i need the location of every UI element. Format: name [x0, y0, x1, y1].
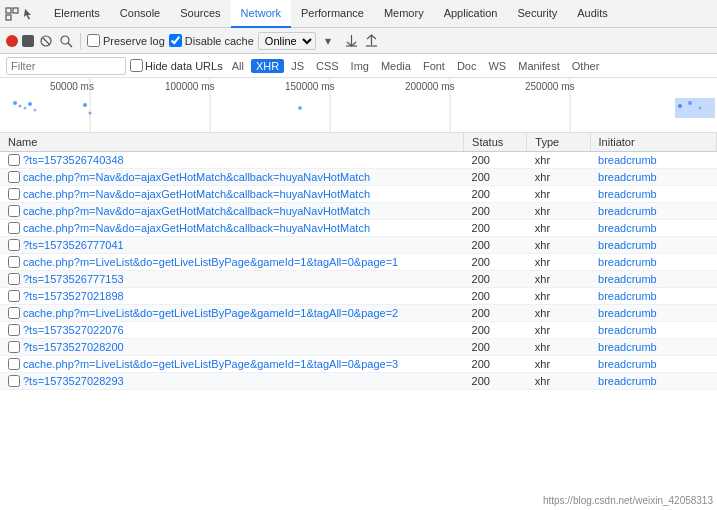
cell-initiator[interactable]: breadcrumb [590, 237, 716, 254]
request-name[interactable]: ?ts=1573527028293 [23, 375, 124, 387]
table-row[interactable]: cache.php?m=LiveList&do=getLiveListByPag… [0, 356, 717, 373]
throttle-select[interactable]: Online [258, 32, 316, 50]
tab-application[interactable]: Application [434, 0, 508, 28]
filter-manifest[interactable]: Manifest [513, 59, 565, 73]
request-name[interactable]: ?ts=1573526740348 [23, 154, 124, 166]
request-name[interactable]: cache.php?m=Nav&do=ajaxGetHotMatch&callb… [23, 188, 370, 200]
devtools-cursor-icon[interactable] [22, 6, 38, 22]
request-name[interactable]: cache.php?m=LiveList&do=getLiveListByPag… [23, 256, 398, 268]
filter-font[interactable]: Font [418, 59, 450, 73]
request-name[interactable]: ?ts=1573527021898 [23, 290, 124, 302]
tab-performance[interactable]: Performance [291, 0, 374, 28]
table-row[interactable]: ?ts=1573527021898200xhrbreadcrumb [0, 288, 717, 305]
cell-initiator[interactable]: breadcrumb [590, 203, 716, 220]
row-checkbox[interactable] [8, 188, 20, 200]
cell-initiator[interactable]: breadcrumb [590, 271, 716, 288]
row-checkbox[interactable] [8, 222, 20, 234]
hide-data-urls-checkbox[interactable]: Hide data URLs [130, 59, 223, 72]
row-checkbox[interactable] [8, 358, 20, 370]
stop-button[interactable] [22, 35, 34, 47]
table-row[interactable]: cache.php?m=Nav&do=ajaxGetHotMatch&callb… [0, 186, 717, 203]
timeline-area: 50000 ms 100000 ms 150000 ms 200000 ms 2… [0, 78, 717, 133]
row-checkbox[interactable] [8, 375, 20, 387]
row-checkbox[interactable] [8, 239, 20, 251]
request-name[interactable]: cache.php?m=LiveList&do=getLiveListByPag… [23, 358, 398, 370]
column-type[interactable]: Type [527, 133, 590, 152]
search-button[interactable] [58, 33, 74, 49]
column-name[interactable]: Name [0, 133, 464, 152]
column-status[interactable]: Status [464, 133, 527, 152]
cell-initiator[interactable]: breadcrumb [590, 254, 716, 271]
filter-doc[interactable]: Doc [452, 59, 482, 73]
request-name[interactable]: cache.php?m=Nav&do=ajaxGetHotMatch&callb… [23, 205, 370, 217]
filter-all[interactable]: All [227, 59, 249, 73]
filter-xhr[interactable]: XHR [251, 59, 284, 73]
row-checkbox[interactable] [8, 154, 20, 166]
request-name[interactable]: cache.php?m=Nav&do=ajaxGetHotMatch&callb… [23, 222, 370, 234]
request-name[interactable]: cache.php?m=Nav&do=ajaxGetHotMatch&callb… [23, 171, 370, 183]
cell-initiator[interactable]: breadcrumb [590, 356, 716, 373]
cell-initiator[interactable]: breadcrumb [590, 186, 716, 203]
tab-sources[interactable]: Sources [170, 0, 230, 28]
table-row[interactable]: ?ts=1573526777153200xhrbreadcrumb [0, 271, 717, 288]
tab-network[interactable]: Network [231, 0, 291, 28]
cell-initiator[interactable]: breadcrumb [590, 322, 716, 339]
tab-audits[interactable]: Audits [567, 0, 618, 28]
disable-cache-input[interactable] [169, 34, 182, 47]
hide-data-urls-input[interactable] [130, 59, 143, 72]
tab-console[interactable]: Console [110, 0, 170, 28]
table-row[interactable]: ?ts=1573527022076200xhrbreadcrumb [0, 322, 717, 339]
table-row[interactable]: cache.php?m=Nav&do=ajaxGetHotMatch&callb… [0, 169, 717, 186]
tab-elements[interactable]: Elements [44, 0, 110, 28]
export-button[interactable] [364, 33, 380, 49]
row-checkbox[interactable] [8, 307, 20, 319]
preserve-log-input[interactable] [87, 34, 100, 47]
table-row[interactable]: cache.php?m=LiveList&do=getLiveListByPag… [0, 305, 717, 322]
preserve-log-checkbox[interactable]: Preserve log [87, 34, 165, 47]
request-name[interactable]: cache.php?m=LiveList&do=getLiveListByPag… [23, 307, 398, 319]
tab-security[interactable]: Security [507, 0, 567, 28]
cell-initiator[interactable]: breadcrumb [590, 339, 716, 356]
cell-initiator[interactable]: breadcrumb [590, 288, 716, 305]
filter-input[interactable] [6, 57, 126, 75]
filter-js[interactable]: JS [286, 59, 309, 73]
request-name[interactable]: ?ts=1573526777153 [23, 273, 124, 285]
table-row[interactable]: ?ts=1573526777041200xhrbreadcrumb [0, 237, 717, 254]
cell-initiator[interactable]: breadcrumb [590, 169, 716, 186]
table-row[interactable]: cache.php?m=Nav&do=ajaxGetHotMatch&callb… [0, 220, 717, 237]
record-button[interactable] [6, 35, 18, 47]
table-row[interactable]: ?ts=1573526740348200xhrbreadcrumb [0, 152, 717, 169]
filter-ws[interactable]: WS [483, 59, 511, 73]
filter-other[interactable]: Other [567, 59, 605, 73]
row-checkbox[interactable] [8, 256, 20, 268]
table-row[interactable]: cache.php?m=Nav&do=ajaxGetHotMatch&callb… [0, 203, 717, 220]
table-row[interactable]: ?ts=1573527028200200xhrbreadcrumb [0, 339, 717, 356]
request-name[interactable]: ?ts=1573527028200 [23, 341, 124, 353]
row-checkbox[interactable] [8, 171, 20, 183]
row-checkbox[interactable] [8, 290, 20, 302]
cell-type: xhr [527, 152, 590, 169]
network-table-container[interactable]: Name Status Type Initiator ?ts=157352674… [0, 133, 717, 486]
cell-initiator[interactable]: breadcrumb [590, 152, 716, 169]
cell-initiator[interactable]: breadcrumb [590, 220, 716, 237]
cell-initiator[interactable]: breadcrumb [590, 305, 716, 322]
table-row[interactable]: ?ts=1573527028293200xhrbreadcrumb [0, 373, 717, 390]
filter-media[interactable]: Media [376, 59, 416, 73]
row-checkbox[interactable] [8, 273, 20, 285]
tab-memory[interactable]: Memory [374, 0, 434, 28]
row-checkbox[interactable] [8, 324, 20, 336]
devtools-inspect-icon[interactable] [4, 6, 20, 22]
throttle-dropdown-icon[interactable]: ▾ [320, 33, 336, 49]
filter-img[interactable]: Img [346, 59, 374, 73]
disable-cache-checkbox[interactable]: Disable cache [169, 34, 254, 47]
column-initiator[interactable]: Initiator [590, 133, 716, 152]
row-checkbox[interactable] [8, 205, 20, 217]
row-checkbox[interactable] [8, 341, 20, 353]
request-name[interactable]: ?ts=1573526777041 [23, 239, 124, 251]
request-name[interactable]: ?ts=1573527022076 [23, 324, 124, 336]
filter-css[interactable]: CSS [311, 59, 344, 73]
table-row[interactable]: cache.php?m=LiveList&do=getLiveListByPag… [0, 254, 717, 271]
clear-button[interactable] [38, 33, 54, 49]
cell-initiator[interactable]: breadcrumb [590, 373, 716, 390]
import-button[interactable] [344, 33, 360, 49]
